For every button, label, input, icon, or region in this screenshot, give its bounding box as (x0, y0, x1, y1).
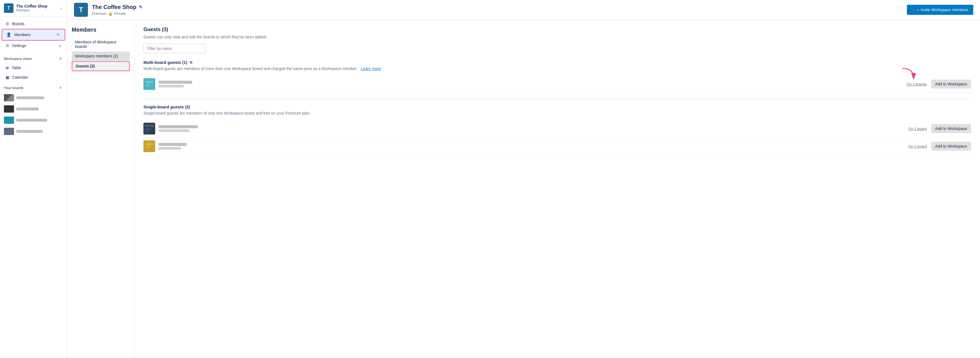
board-thumb-2 (4, 105, 14, 113)
top-bar-left: T The Coffee Shop ✎ Premium 🔒 Private (74, 3, 142, 17)
board-name-4 (16, 130, 43, 133)
member-email-blur-3 (159, 147, 181, 150)
single-board-title-text: Single-board guests (2) (143, 105, 190, 109)
arrow-annotation-container (900, 67, 916, 82)
member-row-left-1 (143, 78, 192, 90)
calendar-icon: ▦ (6, 75, 9, 80)
board-item-1[interactable] (0, 92, 67, 103)
avatar-svg-1 (143, 78, 155, 90)
table-label: Table (12, 65, 21, 70)
board-name-1 (16, 96, 44, 99)
nav-workspace-members-label: Workspace members (2) (75, 54, 118, 58)
sidebar-item-boards[interactable]: ⊞ Boards (2, 19, 65, 29)
single-board-member-row-1: On 1 board Add to Workspace (143, 120, 971, 138)
copy-icon[interactable]: ⧉ (190, 60, 192, 65)
add-to-workspace-button-1[interactable]: Add to Workspace (931, 80, 971, 89)
nav-item-guests[interactable]: Guests (3) (72, 61, 130, 71)
topbar-workspace-name: The Coffee Shop (92, 4, 137, 10)
on-1-board-link-2[interactable]: On 1 board (908, 144, 927, 148)
svg-rect-0 (143, 78, 155, 90)
guests-description: Guests can only view and edit the boards… (143, 35, 971, 39)
member-info-2 (159, 125, 198, 132)
add-board-button[interactable]: + (58, 85, 63, 91)
nav-members-of-boards-label: Members of Workspace boards (75, 40, 116, 49)
sidebar: T The Coffee Shop Premium ‹ ⊞ Boards 👤 M… (0, 0, 67, 358)
member-name-blur-2 (159, 125, 198, 128)
sidebar-header-left: T The Coffee Shop Premium (4, 3, 47, 13)
svg-rect-5 (145, 128, 151, 130)
avatar-svg-2 (143, 123, 155, 134)
multi-board-section-title: Multi-board guests (1) ⧉ (143, 60, 971, 65)
single-board-desc-text: Single-board guests are members of only … (143, 111, 311, 115)
sidebar-item-table[interactable]: ⊞ Table (2, 63, 65, 72)
workspace-views-label: Workspace views (4, 57, 32, 61)
members-icon: 👤 (6, 32, 11, 37)
main-area: T The Coffee Shop ✎ Premium 🔒 Private 👤+… (67, 0, 980, 358)
sidebar-item-calendar[interactable]: ▦ Calendar (2, 73, 65, 82)
on-2-boards-link[interactable]: On 2 boards (907, 82, 927, 86)
member-avatar-3 (143, 140, 155, 152)
member-email-blur-1 (159, 85, 184, 88)
board-item-2[interactable] (0, 103, 67, 114)
board-thumb-1 (4, 94, 14, 102)
board-item-3[interactable] (0, 115, 67, 126)
svg-rect-9 (146, 146, 151, 148)
svg-rect-4 (145, 124, 154, 127)
sidebar-collapse-button[interactable]: ‹ (59, 5, 63, 11)
members-nav-panel: Members Members of Workspace boards Work… (67, 20, 134, 358)
single-board-description: Single-board guests are members of only … (143, 111, 971, 115)
member-name-blur-1 (159, 81, 192, 84)
workspace-title-row: The Coffee Shop ✎ (92, 4, 142, 10)
nav-guests-label: Guests (3) (76, 64, 95, 68)
settings-label: Settings (12, 43, 26, 48)
add-member-button[interactable]: + (56, 32, 61, 38)
member-row-right-3: On 1 board Add to Workspace (908, 142, 971, 151)
on-1-board-link-1[interactable]: On 1 board (908, 127, 927, 131)
add-to-workspace-button-2[interactable]: Add to Workspace (931, 124, 971, 133)
content-area: Members Members of Workspace boards Work… (67, 20, 980, 358)
section-divider (143, 99, 971, 99)
learn-more-link[interactable]: Learn more (361, 67, 381, 71)
your-boards-label: Your boards (4, 86, 24, 90)
multi-board-member-row: On 2 boards Add to Workspace (143, 75, 971, 93)
member-name-blur-3 (159, 143, 186, 146)
guests-main-content: Guests (3) Guests can only view and edit… (134, 20, 980, 358)
board-name-3 (16, 119, 47, 122)
add-to-workspace-button-3[interactable]: Add to Workspace (931, 142, 971, 151)
members-nav-title: Members (72, 27, 130, 33)
board-thumb-3 (4, 116, 14, 124)
board-name-2 (16, 108, 39, 110)
nav-item-members-of-boards[interactable]: Members of Workspace boards (72, 38, 130, 51)
workspace-info: The Coffee Shop Premium (16, 4, 47, 12)
board-item-4[interactable] (0, 126, 67, 137)
table-icon: ⊞ (6, 65, 9, 70)
workspace-title-area: The Coffee Shop ✎ Premium 🔒 Private (92, 4, 142, 16)
top-bar: T The Coffee Shop ✎ Premium 🔒 Private 👤+… (67, 0, 980, 20)
svg-rect-6 (145, 131, 149, 133)
filter-by-name-input[interactable] (143, 44, 205, 53)
multi-board-title-text: Multi-board guests (1) (143, 60, 188, 65)
multi-board-desc-text: Multi-board guests are members of more t… (143, 67, 358, 71)
edit-workspace-icon[interactable]: ✎ (139, 5, 142, 10)
svg-rect-1 (146, 81, 153, 83)
member-avatar-1 (143, 78, 155, 90)
add-workspace-view-button[interactable]: + (58, 56, 63, 62)
member-avatar-2 (143, 123, 155, 134)
single-board-section-title: Single-board guests (2) (143, 105, 971, 109)
sidebar-item-settings[interactable]: ⚙ Settings ∨ (2, 41, 65, 51)
nav-item-workspace-members[interactable]: Workspace members (2) (72, 51, 130, 60)
board-thumb-4 (4, 128, 14, 135)
invite-workspace-members-button[interactable]: 👤+ Invite Workspace members (907, 5, 973, 15)
workspace-subtitle: Premium 🔒 Private (92, 11, 142, 16)
workspace-logo[interactable]: T (4, 3, 13, 13)
invite-icon: 👤+ (912, 8, 919, 12)
svg-rect-8 (146, 143, 153, 145)
workspace-plan: Premium (16, 8, 47, 12)
boards-icon: ⊞ (6, 21, 9, 26)
member-info-3 (159, 143, 186, 150)
member-row-left-3 (143, 140, 186, 152)
sidebar-item-members[interactable]: 👤 Members + (2, 29, 65, 41)
member-email-blur-2 (159, 129, 189, 132)
member-info-1 (159, 81, 192, 88)
sidebar-header: T The Coffee Shop Premium ‹ (0, 0, 67, 16)
